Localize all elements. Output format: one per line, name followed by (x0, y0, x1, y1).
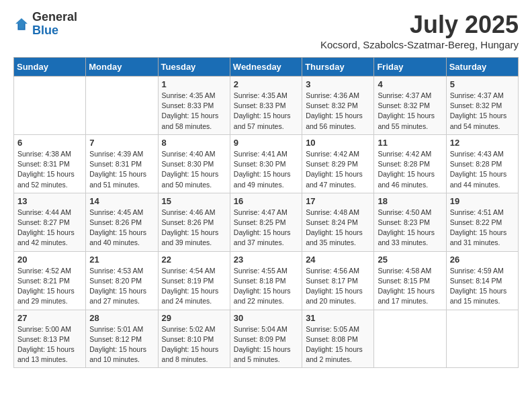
day-number: 25 (378, 255, 442, 265)
calendar-cell: 15Sunrise: 4:46 AM Sunset: 8:26 PM Dayli… (158, 193, 230, 251)
calendar-cell: 20Sunrise: 4:52 AM Sunset: 8:21 PM Dayli… (14, 251, 86, 310)
calendar-cell: 7Sunrise: 4:39 AM Sunset: 8:31 PM Daylig… (86, 134, 158, 193)
location-title: Kocsord, Szabolcs-Szatmar-Bereg, Hungary (320, 39, 519, 50)
day-info: Sunrise: 4:39 AM Sunset: 8:31 PM Dayligh… (89, 149, 154, 190)
day-info: Sunrise: 4:59 AM Sunset: 8:14 PM Dayligh… (450, 266, 515, 307)
day-info: Sunrise: 4:52 AM Sunset: 8:21 PM Dayligh… (17, 266, 82, 307)
logo-blue-text: Blue (32, 24, 77, 38)
day-number: 10 (306, 138, 370, 148)
weekday-header-sunday: Sunday (14, 58, 86, 77)
day-number: 7 (89, 138, 154, 148)
day-number: 11 (378, 138, 442, 148)
day-info: Sunrise: 4:50 AM Sunset: 8:23 PM Dayligh… (378, 208, 442, 248)
day-info: Sunrise: 4:38 AM Sunset: 8:31 PM Dayligh… (17, 149, 82, 190)
calendar-cell: 26Sunrise: 4:59 AM Sunset: 8:14 PM Dayli… (446, 251, 518, 310)
calendar-cell: 29Sunrise: 5:02 AM Sunset: 8:10 PM Dayli… (158, 310, 230, 368)
day-info: Sunrise: 5:05 AM Sunset: 8:08 PM Dayligh… (306, 324, 370, 365)
calendar-cell: 1Sunrise: 4:35 AM Sunset: 8:33 PM Daylig… (158, 77, 230, 135)
day-info: Sunrise: 4:37 AM Sunset: 8:32 PM Dayligh… (378, 91, 442, 132)
day-number: 17 (306, 196, 370, 206)
day-number: 18 (378, 196, 442, 206)
calendar-cell: 4Sunrise: 4:37 AM Sunset: 8:32 PM Daylig… (374, 77, 446, 135)
calendar-week-1: 1Sunrise: 4:35 AM Sunset: 8:33 PM Daylig… (14, 77, 519, 135)
calendar-cell (14, 77, 86, 135)
day-number: 27 (17, 313, 82, 323)
calendar-cell (446, 310, 518, 368)
title-area: July 2025 Kocsord, Szabolcs-Szatmar-Bere… (320, 11, 519, 50)
day-info: Sunrise: 4:37 AM Sunset: 8:32 PM Dayligh… (450, 91, 515, 132)
day-number: 24 (306, 255, 370, 265)
calendar-cell (86, 77, 158, 135)
day-info: Sunrise: 4:35 AM Sunset: 8:33 PM Dayligh… (162, 91, 226, 132)
day-number: 29 (162, 313, 226, 323)
weekday-header-thursday: Thursday (302, 58, 374, 77)
day-number: 30 (234, 313, 298, 323)
calendar-cell: 3Sunrise: 4:36 AM Sunset: 8:32 PM Daylig… (302, 77, 374, 135)
calendar-cell: 13Sunrise: 4:44 AM Sunset: 8:27 PM Dayli… (14, 193, 86, 251)
weekday-header-row: SundayMondayTuesdayWednesdayThursdayFrid… (14, 58, 519, 77)
calendar-week-5: 27Sunrise: 5:00 AM Sunset: 8:13 PM Dayli… (14, 310, 519, 368)
calendar-cell: 28Sunrise: 5:01 AM Sunset: 8:12 PM Dayli… (86, 310, 158, 368)
day-number: 5 (450, 79, 515, 89)
weekday-header-monday: Monday (86, 58, 158, 77)
day-info: Sunrise: 5:04 AM Sunset: 8:09 PM Dayligh… (234, 324, 298, 365)
calendar-cell: 10Sunrise: 4:42 AM Sunset: 8:29 PM Dayli… (302, 134, 374, 193)
calendar-cell: 23Sunrise: 4:55 AM Sunset: 8:18 PM Dayli… (230, 251, 302, 310)
day-number: 21 (89, 255, 154, 265)
day-number: 20 (17, 255, 82, 265)
day-info: Sunrise: 4:42 AM Sunset: 8:29 PM Dayligh… (306, 149, 370, 190)
calendar-cell: 27Sunrise: 5:00 AM Sunset: 8:13 PM Dayli… (14, 310, 86, 368)
day-info: Sunrise: 4:48 AM Sunset: 8:24 PM Dayligh… (306, 208, 370, 248)
calendar-cell (374, 310, 446, 368)
calendar-cell: 5Sunrise: 4:37 AM Sunset: 8:32 PM Daylig… (446, 77, 518, 135)
weekday-header-saturday: Saturday (446, 58, 518, 77)
day-info: Sunrise: 5:02 AM Sunset: 8:10 PM Dayligh… (162, 324, 226, 365)
svg-marker-1 (15, 18, 28, 29)
day-info: Sunrise: 4:47 AM Sunset: 8:25 PM Dayligh… (234, 208, 298, 248)
day-info: Sunrise: 4:44 AM Sunset: 8:27 PM Dayligh… (17, 208, 82, 248)
day-number: 31 (306, 313, 370, 323)
calendar-cell: 19Sunrise: 4:51 AM Sunset: 8:22 PM Dayli… (446, 193, 518, 251)
calendar-cell: 24Sunrise: 4:56 AM Sunset: 8:17 PM Dayli… (302, 251, 374, 310)
day-number: 13 (17, 196, 82, 206)
day-info: Sunrise: 4:36 AM Sunset: 8:32 PM Dayligh… (306, 91, 370, 132)
day-info: Sunrise: 4:55 AM Sunset: 8:18 PM Dayligh… (234, 266, 298, 307)
day-number: 6 (17, 138, 82, 148)
day-info: Sunrise: 4:53 AM Sunset: 8:20 PM Dayligh… (89, 266, 154, 307)
calendar-cell: 18Sunrise: 4:50 AM Sunset: 8:23 PM Dayli… (374, 193, 446, 251)
day-number: 19 (450, 196, 515, 206)
calendar-cell: 17Sunrise: 4:48 AM Sunset: 8:24 PM Dayli… (302, 193, 374, 251)
day-info: Sunrise: 4:58 AM Sunset: 8:15 PM Dayligh… (378, 266, 442, 307)
page-header: General Blue July 2025 Kocsord, Szabolcs… (13, 11, 519, 50)
calendar-week-3: 13Sunrise: 4:44 AM Sunset: 8:27 PM Dayli… (14, 193, 519, 251)
calendar-cell: 2Sunrise: 4:35 AM Sunset: 8:33 PM Daylig… (230, 77, 302, 135)
day-number: 8 (162, 138, 226, 148)
day-number: 1 (162, 79, 226, 89)
day-number: 16 (234, 196, 298, 206)
calendar-cell: 30Sunrise: 5:04 AM Sunset: 8:09 PM Dayli… (230, 310, 302, 368)
day-info: Sunrise: 4:35 AM Sunset: 8:33 PM Dayligh… (234, 91, 298, 132)
weekday-header-tuesday: Tuesday (158, 58, 230, 77)
day-info: Sunrise: 4:46 AM Sunset: 8:26 PM Dayligh… (162, 208, 226, 248)
calendar-cell: 11Sunrise: 4:42 AM Sunset: 8:28 PM Dayli… (374, 134, 446, 193)
day-number: 12 (450, 138, 515, 148)
weekday-header-friday: Friday (374, 58, 446, 77)
day-info: Sunrise: 4:41 AM Sunset: 8:30 PM Dayligh… (234, 149, 298, 190)
day-number: 2 (234, 79, 298, 89)
month-title: July 2025 (320, 11, 519, 39)
day-number: 26 (450, 255, 515, 265)
logo-icon (13, 16, 30, 32)
day-info: Sunrise: 5:01 AM Sunset: 8:12 PM Dayligh… (89, 324, 154, 365)
calendar-cell: 16Sunrise: 4:47 AM Sunset: 8:25 PM Dayli… (230, 193, 302, 251)
calendar-cell: 14Sunrise: 4:45 AM Sunset: 8:26 PM Dayli… (86, 193, 158, 251)
calendar-week-4: 20Sunrise: 4:52 AM Sunset: 8:21 PM Dayli… (14, 251, 519, 310)
day-number: 28 (89, 313, 154, 323)
day-info: Sunrise: 4:56 AM Sunset: 8:17 PM Dayligh… (306, 266, 370, 307)
day-number: 22 (162, 255, 226, 265)
day-number: 3 (306, 79, 370, 89)
logo-text: General Blue (32, 11, 77, 38)
logo-general-text: General (32, 11, 77, 24)
day-info: Sunrise: 4:43 AM Sunset: 8:28 PM Dayligh… (450, 149, 515, 190)
day-number: 15 (162, 196, 226, 206)
day-info: Sunrise: 4:45 AM Sunset: 8:26 PM Dayligh… (89, 208, 154, 248)
